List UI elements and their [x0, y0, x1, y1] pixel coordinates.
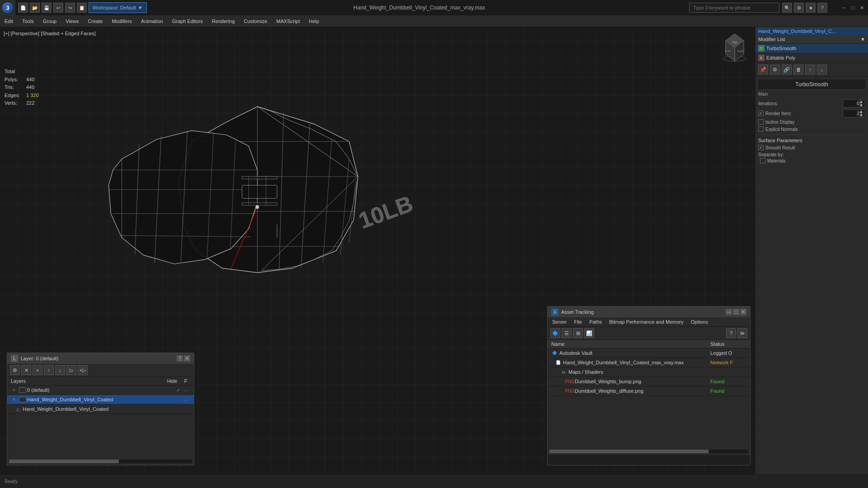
asset-tool-grid[interactable]: ⊞	[573, 328, 583, 338]
asset-bump-name: Dumbbell_Weights_bump.png	[575, 379, 710, 384]
workspace-selector[interactable]: Workspace: Default ▼	[89, 2, 147, 13]
modifier-tool5[interactable]: ↑	[805, 65, 815, 74]
status-text: Ready	[5, 479, 18, 484]
asset-row-bump[interactable]: PNG Dumbbell_Weights_bump.png Found	[548, 377, 750, 386]
menu-rendering[interactable]: Rendering	[207, 17, 239, 25]
asset-menu-options[interactable]: Options	[689, 318, 710, 325]
layer-tool-delete[interactable]: ✕	[21, 365, 31, 375]
asset-panel-min-btn[interactable]: ─	[726, 309, 732, 315]
asset-row-maps[interactable]: 🗂 Maps / Shaders	[548, 367, 750, 377]
reference-btn[interactable]: 📋	[77, 3, 87, 13]
pin-stack-btn[interactable]: 📌	[758, 65, 768, 74]
menu-customize[interactable]: Customize	[239, 17, 272, 25]
asset-menu-file[interactable]: File	[572, 318, 584, 325]
isoline-checkbox[interactable]	[758, 119, 764, 125]
svg-rect-34	[242, 203, 277, 205]
stats-panel: Total Polys: 440 Tris: 440 Edges: 1 320 …	[5, 68, 39, 107]
smooth-result-checkbox[interactable]	[758, 145, 764, 150]
isoline-display-row: Isoline Display	[758, 119, 865, 125]
iterations-down[interactable]: ▼	[859, 103, 863, 107]
ts-main-label: Main	[758, 92, 865, 97]
asset-help-btn[interactable]: ?	[726, 328, 736, 338]
maximize-btn[interactable]: □	[849, 4, 856, 11]
asset-vault-icon: 🔷	[551, 350, 558, 356]
menu-graph-editors[interactable]: Graph Editors	[168, 17, 207, 25]
iterations-arrows: ▲ ▼	[859, 100, 863, 107]
explicit-normals-checkbox[interactable]	[758, 126, 764, 132]
asset-row-diffuse[interactable]: PNG Dumbbell_Weights_diffuse.png Found	[548, 386, 750, 396]
asset-toolbar: 🔷 ☰ ⊞ 📊 ? ≫	[548, 327, 750, 340]
asset-scrollbar[interactable]	[549, 450, 748, 453]
minimize-btn[interactable]: ─	[840, 4, 847, 11]
layer-tool-add[interactable]: +	[33, 365, 42, 375]
help-btn[interactable]: ?	[817, 3, 827, 13]
redo-btn[interactable]: ↪	[65, 3, 75, 13]
menu-help[interactable]: Help	[305, 17, 324, 25]
asset-diffuse-name: Dumbbell_Weights_diffuse.png	[575, 388, 710, 394]
layer-handweight-square	[19, 397, 26, 402]
layer-tool-move-down[interactable]: ↓	[55, 365, 65, 375]
menu-edit[interactable]: Edit	[0, 17, 18, 25]
modifier-turbosmooth[interactable]: T TurboSmooth	[755, 44, 868, 53]
layer-row-handweight-sub[interactable]: △ Hand_Weight_Dumbbell_Vinyl_Coated	[7, 404, 194, 414]
layer-tool-add-sel[interactable]: +▷	[78, 365, 88, 375]
layer-scrollbar[interactable]	[9, 460, 192, 463]
open-file-btn[interactable]: 📂	[30, 3, 40, 13]
menu-views[interactable]: Views	[61, 17, 83, 25]
layer-tool-move-up[interactable]: ↑	[44, 365, 54, 375]
asset-maps-icon: 🗂	[560, 369, 567, 375]
title-bar-tools: 📄 📂 💾 ↩ ↪ 📋 Workspace: Default ▼	[15, 2, 150, 13]
asset-menu-server[interactable]: Server	[550, 318, 568, 325]
save-file-btn[interactable]: 💾	[42, 3, 52, 13]
menu-tools[interactable]: Tools	[18, 17, 38, 25]
asset-tool-vault[interactable]: 🔷	[550, 328, 560, 338]
modifier-editable-poly[interactable]: E Editable Poly	[755, 53, 868, 63]
search-btn[interactable]: 🔍	[782, 3, 792, 13]
asset-row-vault[interactable]: 🔷 Autodesk Vault Logged O	[548, 349, 750, 358]
make-unique-btn[interactable]: 🔗	[782, 65, 792, 74]
asset-panel-max-btn[interactable]: □	[733, 309, 739, 315]
menu-group[interactable]: Group	[38, 17, 61, 25]
search-input[interactable]	[689, 3, 779, 13]
asset-menu-bitmap[interactable]: Bitmap Performance and Memory	[607, 318, 685, 325]
modifier-tools: 📌 ⚙ 🔗 🗑 ↑ ↓	[755, 63, 868, 77]
modifier-tool6[interactable]: ↓	[817, 65, 827, 74]
asset-tool-list[interactable]: ☰	[562, 328, 572, 338]
layer-tool-settings[interactable]: ⚙	[10, 365, 20, 375]
undo-btn[interactable]: ↩	[53, 3, 63, 13]
layer-panel-close-btn[interactable]: ✕	[184, 355, 190, 362]
materials-checkbox[interactable]	[760, 158, 765, 163]
modifier-list-dropdown-icon[interactable]: ▼	[860, 37, 865, 42]
remove-modifier-btn[interactable]: 🗑	[793, 65, 803, 74]
title-bar-right: 🔍 ⚙ ★ ? ─ □ ✕	[779, 3, 868, 13]
menu-maxscript[interactable]: MAXScript	[272, 17, 305, 25]
bookmark-btn[interactable]: ★	[806, 3, 816, 13]
render-iters-checkbox[interactable]	[758, 111, 764, 116]
asset-panel-close-btn[interactable]: ✕	[740, 309, 746, 315]
menu-modifiers[interactable]: Modifiers	[107, 17, 136, 25]
asset-menu-paths[interactable]: Paths	[587, 318, 604, 325]
viewport-label: [+] [Perspective] [Shaded + Edged Faces]	[4, 31, 96, 36]
asset-tool-table[interactable]: 📊	[584, 328, 594, 338]
layer-tool-select[interactable]: ▷	[66, 365, 76, 375]
render-iters-input[interactable]: 2 ▲ ▼	[843, 109, 865, 117]
layer-row-handweight[interactable]: ≡ Hand_Weight_Dumbbell_Vinyl_Coated —	[7, 395, 194, 404]
isoline-label: Isoline Display	[765, 120, 794, 125]
viewport-cube[interactable]: Top Right Front	[719, 32, 751, 63]
asset-row-maxfile[interactable]: 📄 Hand_Weight_Dumbbell_Vinyl_Coated_max_…	[548, 358, 750, 367]
layer-panel: L Layer: 0 (default) ? ✕ ⚙ ✕ + ↑ ↓ ▷ +▷ …	[7, 353, 194, 465]
menu-animation[interactable]: Animation	[136, 17, 168, 25]
asset-scrollbar-thumb	[549, 450, 708, 453]
render-iters-down[interactable]: ▼	[859, 113, 863, 117]
menu-create[interactable]: Create	[83, 17, 107, 25]
settings-btn[interactable]: ⚙	[794, 3, 804, 13]
layer-row-default[interactable]: ≡ 0 (default) ✓ —	[7, 386, 194, 395]
total-label: Total	[5, 68, 23, 76]
asset-extra-btn[interactable]: ≫	[737, 328, 747, 338]
iterations-input[interactable]: 0 ▲ ▼	[843, 99, 865, 107]
configure-modifiers-btn[interactable]: ⚙	[770, 65, 780, 74]
new-file-btn[interactable]: 📄	[18, 3, 28, 13]
layer-panel-question-btn[interactable]: ?	[177, 355, 183, 362]
close-btn[interactable]: ✕	[858, 4, 865, 11]
iterations-value: 0	[845, 101, 859, 106]
